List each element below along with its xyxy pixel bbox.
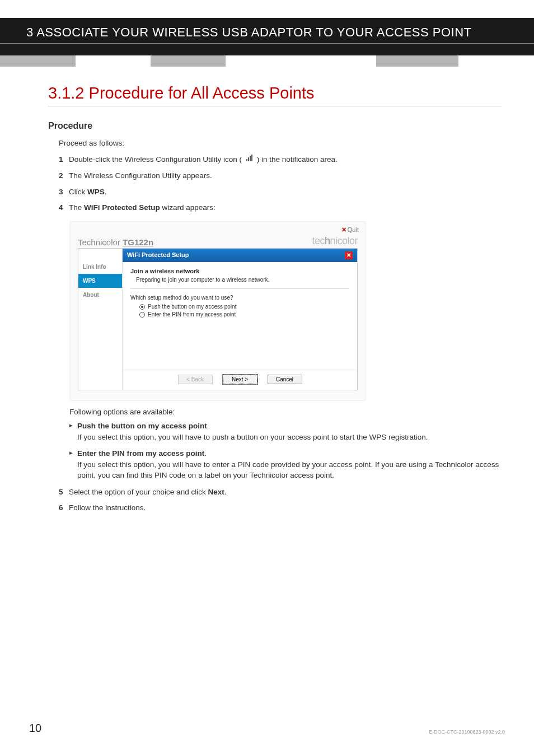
pane-header: WiFi Protected Setup ✕	[123, 249, 357, 262]
quit-link[interactable]: ✕Quit	[341, 226, 359, 234]
decorative-color-bar	[0, 55, 534, 67]
join-title: Join a wireless network	[130, 268, 349, 274]
option-pin: Enter the PIN from my access point. If y…	[69, 448, 502, 481]
step-body: Double-click the Wireless Configuration …	[69, 154, 502, 166]
join-subtitle: Preparing to join your computer to a wir…	[136, 277, 349, 283]
cancel-button[interactable]: Cancel	[268, 375, 302, 384]
main-pane: WiFi Protected Setup ✕ Join a wireless n…	[122, 249, 357, 390]
step-body: Select the option of your choice and cli…	[69, 487, 502, 498]
header-rule	[0, 43, 534, 44]
sidebar-wps[interactable]: WPS	[78, 274, 122, 288]
radio-icon	[139, 312, 145, 318]
section-title: 3.1.2 Procedure for All Access Points	[48, 84, 502, 106]
pane-close-button[interactable]: ✕	[345, 251, 353, 259]
step-3: 3 Click WPS.	[59, 186, 502, 198]
following-options-text: Following options are available:	[69, 408, 502, 416]
option-push: Push the button on my access point. If y…	[69, 421, 502, 442]
setup-question: Which setup method do you want to use?	[130, 295, 349, 301]
step-num: 3	[59, 186, 69, 198]
inner-app: Link Info WPS About WiFi Protected Setup…	[78, 248, 358, 390]
page-number: 10	[29, 722, 41, 735]
step-num: 5	[59, 487, 69, 498]
svg-rect-0	[246, 159, 247, 161]
svg-rect-3	[251, 155, 252, 161]
product-name: Technicolor TG122n	[78, 237, 153, 247]
brand-row: Technicolor TG122n technicolor	[78, 235, 358, 247]
step-4: 4 The WiFi Protected Setup wizard appear…	[59, 202, 502, 213]
close-icon: ✕	[341, 226, 346, 233]
step-6: 6 Follow the instructions.	[59, 502, 502, 514]
pane-title: WiFi Protected Setup	[127, 251, 189, 259]
back-button[interactable]: < Back	[178, 375, 213, 384]
doc-id: E-DOC-CTC-20100623-0002 v2.0	[429, 729, 505, 735]
step-num: 2	[59, 170, 69, 181]
sidebar-link-info[interactable]: Link Info	[78, 260, 122, 274]
next-button[interactable]: Next >	[223, 375, 257, 384]
radio-icon	[139, 304, 145, 310]
procedure-list-cont: 5 Select the option of your choice and c…	[59, 487, 502, 514]
page-header-text: 3 ASSOCIATE YOUR WIRELESS USB ADAPTOR TO…	[0, 18, 534, 40]
pane-body: Join a wireless network Preparing to joi…	[123, 262, 357, 370]
step-body: The WiFi Protected Setup wizard appears:	[69, 202, 502, 213]
svg-rect-1	[248, 157, 249, 161]
brand-logo: technicolor	[312, 235, 358, 247]
step-body: Click WPS.	[69, 186, 502, 198]
page-header-band: 3 ASSOCIATE YOUR WIRELESS USB ADAPTOR TO…	[0, 18, 534, 55]
step-1: 1 Double-click the Wireless Configuratio…	[59, 154, 502, 166]
procedure-list: 1 Double-click the Wireless Configuratio…	[59, 154, 502, 213]
signal-icon	[245, 154, 254, 166]
radio-enter-pin[interactable]: Enter the PIN from my access point	[139, 311, 349, 318]
step-num: 1	[59, 154, 69, 166]
step-body: Follow the instructions.	[69, 502, 502, 514]
sidebar-about[interactable]: About	[78, 288, 122, 302]
options-list: Push the button on my access point. If y…	[69, 421, 502, 481]
button-row: < Back Next > Cancel	[123, 370, 357, 390]
svg-rect-2	[250, 156, 251, 161]
procedure-heading: Procedure	[48, 121, 502, 131]
wps-wizard-window: ✕Quit Technicolor TG122n technicolor Lin…	[69, 221, 366, 401]
step-num: 6	[59, 502, 69, 514]
step-num: 4	[59, 202, 69, 213]
step-5: 5 Select the option of your choice and c…	[59, 487, 502, 498]
procedure-intro: Proceed as follows:	[59, 139, 502, 147]
sidebar: Link Info WPS About	[78, 249, 122, 390]
page-footer: 10 E-DOC-CTC-20100623-0002 v2.0	[29, 722, 505, 735]
step-body: The Wireless Configuration Utility appea…	[69, 170, 502, 181]
step-2: 2 The Wireless Configuration Utility app…	[59, 170, 502, 181]
radio-push-button[interactable]: Push the button on my access point	[139, 304, 349, 310]
content-area: 3.1.2 Procedure for All Access Points Pr…	[48, 84, 502, 518]
